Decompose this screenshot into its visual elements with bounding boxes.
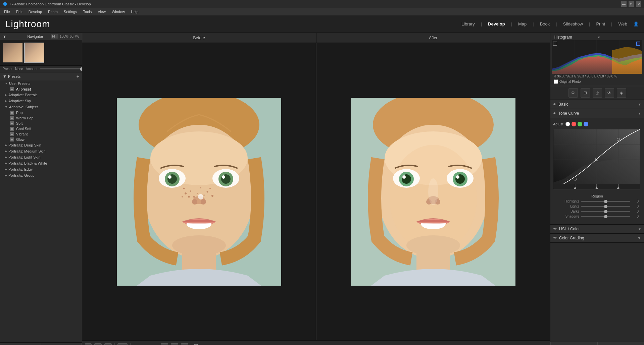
nav-slideshow[interactable]: Slideshow xyxy=(563,21,583,26)
paste-button[interactable]: Paste xyxy=(41,343,82,345)
red-channel-dot[interactable] xyxy=(572,122,576,126)
menu-help[interactable]: Help xyxy=(128,9,141,14)
tone-curve-section: 👁 Tone Curve ▼ Adjust xyxy=(550,109,644,225)
blue-channel-dot[interactable] xyxy=(584,122,588,126)
left-panel: ▼ Navigator FIT 100% 66.7% Preset None A… xyxy=(0,33,82,345)
light-skin-label: Portraits: Light Skin xyxy=(8,155,40,159)
navigator-header[interactable]: ▼ Navigator FIT 100% 66.7% xyxy=(0,33,82,40)
before-after-swap-button[interactable]: ⇄ xyxy=(161,343,168,345)
shadows-slider[interactable] xyxy=(581,216,630,217)
nav-library[interactable]: Library xyxy=(461,21,475,26)
nav-web[interactable]: Web xyxy=(618,21,628,26)
preset-group-portrait-header[interactable]: ▶ Adaptive: Portrait xyxy=(3,92,82,98)
before-photo-container[interactable] xyxy=(82,43,316,340)
after-photo xyxy=(316,43,550,340)
preset-group-deep-skin-header[interactable]: ▶ Portraits: Deep Skin xyxy=(3,142,82,148)
white-channel-dot[interactable] xyxy=(565,122,570,126)
histogram-corner-left[interactable] xyxy=(553,42,557,46)
add-preset-button[interactable]: + xyxy=(77,74,79,79)
preset-item-ai[interactable]: ■ AI preset xyxy=(3,87,82,92)
basic-eye-toggle[interactable]: 👁 xyxy=(553,103,556,106)
nav-book[interactable]: Book xyxy=(540,21,550,26)
nav-develop[interactable]: Develop xyxy=(488,21,505,26)
menu-view[interactable]: View xyxy=(95,9,108,14)
window-controls: — □ ✕ xyxy=(621,1,641,7)
user-presets-arrow: ▼ xyxy=(5,82,8,85)
original-photo-checkbox[interactable] xyxy=(554,79,558,84)
preset-group-deep-skin: ▶ Portraits: Deep Skin xyxy=(0,142,82,148)
nav-thumb-1[interactable] xyxy=(3,43,23,63)
zoom-100[interactable]: 100% xyxy=(60,35,68,38)
histogram-corner-right[interactable] xyxy=(636,42,640,46)
preset-item-glow[interactable]: ■ Glow xyxy=(3,137,82,142)
preset-group-medium-skin-header[interactable]: ▶ Portraits: Medium Skin xyxy=(3,148,82,154)
after-photo-container[interactable] xyxy=(316,43,550,340)
basic-section-header[interactable]: 👁 Basic ▼ xyxy=(550,100,644,109)
before-after-copy-button[interactable]: ⇉ xyxy=(171,343,178,345)
menu-tools[interactable]: Tools xyxy=(81,9,95,14)
presets-header[interactable]: ▼ Presets + xyxy=(0,72,82,80)
zoom-fit[interactable]: FIT xyxy=(51,34,58,39)
region-section: Region Highlights 0 Lights 0 Darks xyxy=(553,191,641,222)
preset-name-vibrant: Vibrant xyxy=(16,132,28,136)
zoom-66[interactable]: 66.7% xyxy=(70,35,79,38)
histogram-expand[interactable]: ▼ xyxy=(597,36,641,39)
nav-print[interactable]: Print xyxy=(596,21,605,26)
copy-button[interactable]: Copy... xyxy=(0,343,41,345)
menu-file[interactable]: File xyxy=(1,9,13,14)
yy-button[interactable]: Y Y xyxy=(117,343,128,345)
preset-item-pop[interactable]: ■ Pop xyxy=(3,110,82,115)
crop-overlay-tool[interactable]: ⊡ xyxy=(581,88,590,98)
tone-curve-eye-toggle[interactable]: 👁 xyxy=(553,112,556,115)
nav-thumb-2[interactable] xyxy=(24,43,44,63)
menu-edit[interactable]: Edit xyxy=(13,9,25,14)
tone-curve-canvas[interactable] xyxy=(553,129,640,189)
color-grading-header[interactable]: 👁 Color Grading ▼ xyxy=(550,234,644,242)
reset-button[interactable]: Reset xyxy=(597,342,644,345)
menu-settings[interactable]: Settings xyxy=(61,9,80,14)
app-icon: 🔷 xyxy=(3,2,8,6)
preset-group-light-skin-header[interactable]: ▶ Portraits: Light Skin xyxy=(3,154,82,160)
crop-tool-button[interactable]: ⊞ xyxy=(181,343,188,345)
lights-slider[interactable] xyxy=(581,206,630,207)
nav-map[interactable]: Map xyxy=(518,21,527,26)
preset-group-subject-header[interactable]: ▼ Adaptive: Subject xyxy=(3,104,82,110)
preset-group-bw-header[interactable]: ▶ Portraits: Black & White xyxy=(3,160,82,166)
previous-button[interactable]: Previous xyxy=(550,342,597,345)
menu-photo[interactable]: Photo xyxy=(45,9,60,14)
preset-group-edgy: ▶ Portraits: Edgy xyxy=(0,166,82,172)
hsl-eye-toggle[interactable]: 👁 xyxy=(553,227,557,231)
color-grading-eye-toggle[interactable]: 👁 xyxy=(553,236,557,240)
hsl-header[interactable]: 👁 HSL / Color ▼ xyxy=(550,225,644,233)
prev-reset-bar: Previous Reset xyxy=(550,342,644,345)
graduated-filter-tool[interactable]: ◈ xyxy=(617,88,626,98)
maximize-button[interactable]: □ xyxy=(629,1,634,7)
red-eye-tool[interactable]: 👁 xyxy=(605,88,614,98)
develop-sliders-tool[interactable]: ⚙ xyxy=(568,88,578,98)
preset-group-user-header[interactable]: ▼ User Presets xyxy=(3,80,82,87)
amount-slider[interactable] xyxy=(40,68,82,69)
green-channel-dot[interactable] xyxy=(578,122,582,126)
lights-value: 0 xyxy=(632,205,639,208)
close-button[interactable]: ✕ xyxy=(636,1,641,7)
minimize-button[interactable]: — xyxy=(621,1,627,7)
highlights-row: Highlights 0 xyxy=(556,199,639,204)
view-compare-button[interactable]: ⊡ xyxy=(104,343,112,345)
preset-item-soft[interactable]: ■ Soft xyxy=(3,121,82,126)
preset-group-group-header[interactable]: ▶ Portraits: Group xyxy=(3,172,82,178)
darks-slider[interactable] xyxy=(581,211,630,212)
preset-item-warm-pop[interactable]: ■ Warm Pop xyxy=(3,115,82,121)
histogram-info: R 96.3 / 96.3 G 96.3 / 96.3 B 89.8 / 89.… xyxy=(552,74,643,79)
svg-point-24 xyxy=(197,193,198,194)
preset-group-edgy-header[interactable]: ▶ Portraits: Edgy xyxy=(3,166,82,172)
tone-curve-header[interactable]: 👁 Tone Curve ▼ xyxy=(550,109,644,118)
menu-window[interactable]: Window xyxy=(109,9,128,14)
menu-develop[interactable]: Develop xyxy=(26,9,45,14)
preset-item-vibrant[interactable]: ■ Vibrant xyxy=(3,131,82,137)
spot-removal-tool[interactable]: ◎ xyxy=(593,88,602,98)
highlights-slider[interactable] xyxy=(581,201,630,202)
preset-item-cool-soft[interactable]: ■ Cool Soft xyxy=(3,126,82,131)
view-split-button[interactable]: ⊟ xyxy=(94,343,102,345)
view-single-button[interactable]: □ xyxy=(85,343,92,345)
preset-group-sky-header[interactable]: ▶ Adaptive: Sky xyxy=(3,98,82,104)
